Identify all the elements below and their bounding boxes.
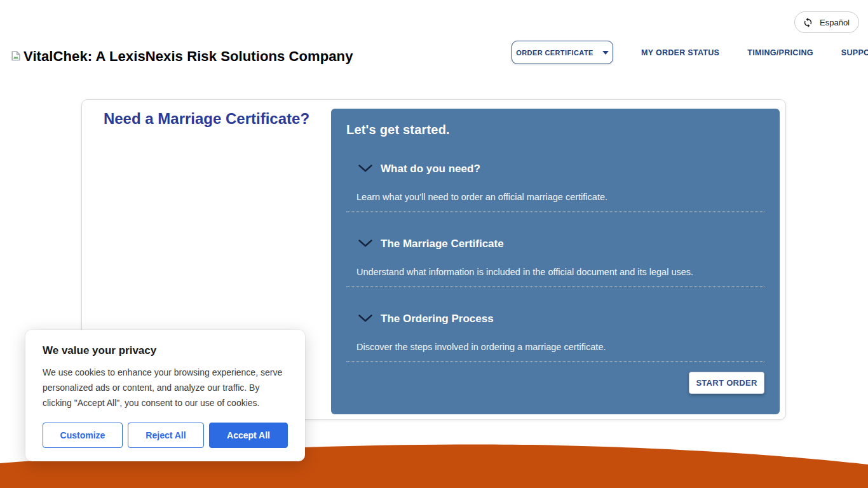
section-what-do-you-need: What do you need? Learn what you'll need… [346, 163, 764, 212]
section-title: What do you need? [381, 163, 480, 175]
language-label: Español [820, 18, 850, 27]
order-certificate-label: ORDER CERTIFICATE [516, 49, 593, 57]
chevron-down-icon [358, 163, 372, 175]
chevron-down-icon [602, 51, 609, 55]
main-nav: ORDER CERTIFICATE MY ORDER STATUS TIMING… [512, 41, 868, 64]
site-logo[interactable]: VitalChek: A LexisNexis Risk Solutions C… [10, 48, 353, 65]
chevron-down-icon [358, 238, 372, 250]
dotted-divider [346, 212, 764, 212]
section-the-marriage-certificate: The Marriage Certificate Understand what… [346, 238, 764, 287]
start-order-button[interactable]: START ORDER [689, 372, 764, 394]
reject-all-button[interactable]: Reject All [128, 423, 204, 448]
section-description: Learn what you'll need to order an offic… [346, 192, 764, 202]
section-toggle-what-do-you-need[interactable]: What do you need? [346, 163, 764, 175]
nav-link-my-order-status[interactable]: MY ORDER STATUS [641, 48, 719, 57]
section-toggle-the-marriage-certificate[interactable]: The Marriage Certificate [346, 238, 764, 250]
accept-all-button[interactable]: Accept All [209, 423, 288, 448]
cookie-dialog-buttons: Customize Reject All Accept All [43, 423, 288, 448]
section-description: Discover the steps involved in ordering … [346, 342, 764, 352]
page-title: Need a Marriage Certificate? [82, 110, 331, 128]
dotted-divider [346, 287, 764, 287]
section-toggle-the-ordering-process[interactable]: The Ordering Process [346, 313, 764, 325]
section-description: Understand what information is included … [346, 267, 764, 277]
customize-button[interactable]: Customize [43, 423, 123, 448]
cookie-dialog-title: We value your privacy [43, 344, 288, 357]
chevron-down-icon [358, 313, 372, 325]
cookie-consent-dialog: We value your privacy We use cookies to … [25, 330, 305, 461]
panel-title: Let's get started. [346, 123, 764, 137]
section-the-ordering-process: The Ordering Process Discover the steps … [346, 313, 764, 362]
sync-refresh-icon [803, 17, 813, 28]
section-title: The Ordering Process [381, 313, 494, 325]
dotted-divider [346, 362, 764, 362]
order-certificate-dropdown[interactable]: ORDER CERTIFICATE [512, 41, 613, 64]
logo-alt-text: VitalChek: A LexisNexis Risk Solutions C… [24, 48, 353, 65]
nav-link-support[interactable]: SUPPORT [841, 48, 868, 57]
cookie-dialog-message: We use cookies to enhance your browsing … [43, 365, 288, 410]
section-title: The Marriage Certificate [381, 238, 504, 250]
broken-image-icon [10, 50, 22, 65]
language-toggle-button[interactable]: Español [794, 11, 859, 33]
nav-link-timing-pricing[interactable]: TIMING/PRICING [747, 48, 813, 57]
get-started-panel: Let's get started. What do you need? Lea… [331, 109, 780, 414]
